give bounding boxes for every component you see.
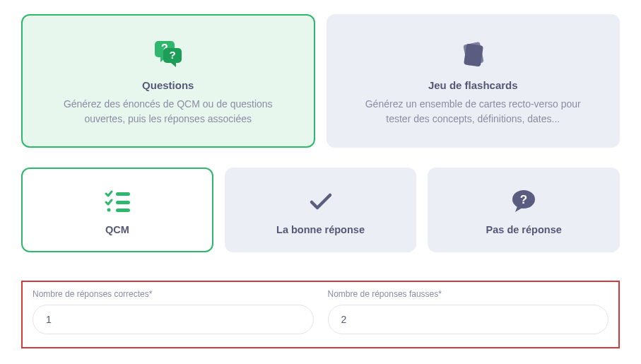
correct-count-label: Nombre de réponses correctes* bbox=[33, 289, 314, 299]
svg-rect-9 bbox=[116, 209, 130, 212]
checklist-icon bbox=[37, 187, 198, 216]
svg-rect-6 bbox=[116, 192, 130, 196]
answer-counts-box: Nombre de réponses correctes* Nombre de … bbox=[21, 281, 620, 348]
tile-pas-de-reponse[interactable]: ? Pas de réponse bbox=[428, 168, 620, 252]
svg-rect-5 bbox=[464, 43, 483, 66]
card-questions[interactable]: ? ? Questions Générez des énoncés de QCM… bbox=[21, 14, 315, 148]
card-questions-title: Questions bbox=[51, 79, 286, 91]
wrong-count-input[interactable] bbox=[328, 305, 609, 334]
question-bubble-icon: ? bbox=[443, 187, 604, 216]
svg-rect-7 bbox=[116, 201, 130, 204]
flashcards-icon bbox=[356, 37, 591, 72]
tile-qcm[interactable]: QCM bbox=[21, 168, 213, 252]
card-flashcards-title: Jeu de flashcards bbox=[356, 79, 591, 91]
tile-bonne-reponse[interactable]: La bonne réponse bbox=[225, 168, 417, 252]
card-flashcards-desc: Générez un ensemble de cartes recto-vers… bbox=[356, 97, 591, 127]
svg-text:?: ? bbox=[169, 49, 175, 61]
correct-count-input[interactable] bbox=[33, 305, 314, 334]
tile-pas-de-reponse-title: Pas de réponse bbox=[443, 224, 604, 235]
questions-icon: ? ? bbox=[51, 37, 286, 72]
card-flashcards[interactable]: Jeu de flashcards Générez un ensemble de… bbox=[327, 14, 621, 148]
tile-qcm-title: QCM bbox=[37, 224, 198, 235]
svg-text:?: ? bbox=[520, 193, 527, 206]
svg-point-8 bbox=[107, 209, 110, 212]
check-icon bbox=[240, 187, 401, 216]
card-questions-desc: Générez des énoncés de QCM ou de questio… bbox=[51, 97, 286, 127]
wrong-count-label: Nombre de réponses fausses* bbox=[328, 289, 609, 299]
tile-bonne-reponse-title: La bonne réponse bbox=[240, 224, 401, 235]
